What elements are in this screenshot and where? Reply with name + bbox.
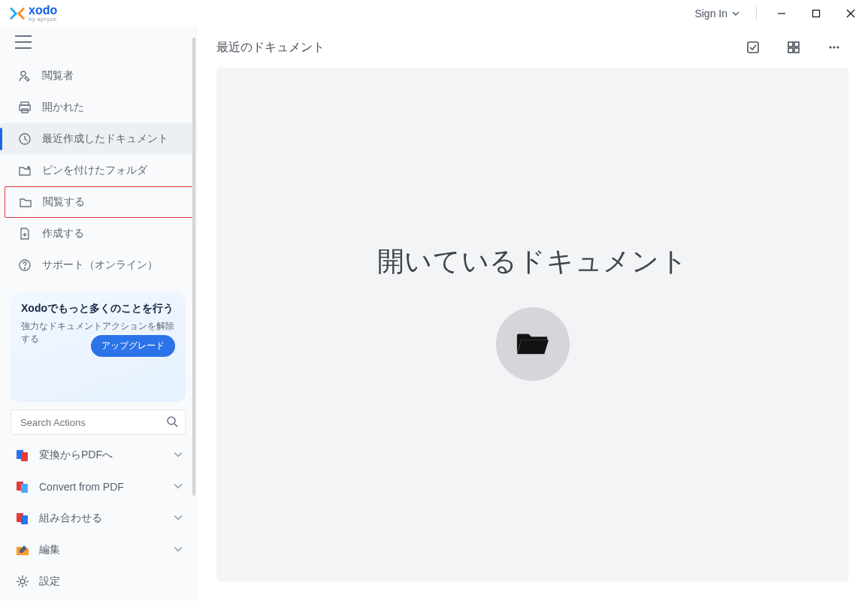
action-combine[interactable]: 組み合わせる [0, 503, 196, 534]
svg-point-4 [21, 71, 26, 76]
file-combine-icon [15, 511, 30, 526]
svg-rect-17 [21, 484, 28, 493]
svg-point-20 [20, 579, 25, 584]
app-logo-subtext: by apryse [29, 17, 57, 23]
search-icon [166, 415, 178, 427]
file-convert-to-icon [15, 448, 30, 463]
action-convert-to-pdf[interactable]: 変換からPDFへ [0, 439, 196, 471]
sidebar-item-create[interactable]: 作成する [0, 218, 196, 249]
printer-icon [18, 101, 32, 114]
sidebar-item-label: 閲覧者 [42, 69, 74, 83]
sidebar-item-label: ピンを付けたフォルダ [42, 164, 147, 177]
svg-rect-23 [794, 42, 799, 47]
sidebar-scrollbar[interactable] [192, 38, 196, 595]
sidebar-item-label: サポート（オンライン） [42, 258, 158, 272]
actions-list: 変換からPDFへ Convert from PDF 組み合わせる 編集 設定 [0, 435, 196, 601]
signin-label: Sign In [694, 8, 727, 20]
sidebar-item-label: 開かれた [42, 101, 84, 114]
svg-rect-24 [788, 48, 793, 53]
action-edit[interactable]: 編集 [0, 534, 196, 566]
sidebar-item-label: 作成する [42, 227, 84, 240]
edit-folder-icon [15, 542, 30, 557]
sidebar-item-label: 最近作成したドキュメント [42, 132, 168, 146]
search-actions-wrap [11, 409, 186, 435]
svg-point-9 [28, 167, 29, 168]
xodo-logo-icon [9, 5, 26, 22]
upgrade-button[interactable]: アップグレード [91, 335, 175, 357]
promo-card: Xodoでもっと多くのことを行う 強力なドキュメントアクションを解除する アップ… [11, 291, 186, 402]
svg-rect-15 [21, 452, 28, 461]
sidebar-item-opened[interactable]: 開かれた [0, 92, 196, 123]
gear-icon [15, 574, 30, 589]
action-label: 変換からPDFへ [39, 448, 113, 462]
svg-rect-19 [21, 515, 28, 524]
svg-rect-6 [20, 105, 30, 110]
folder-open-icon [19, 195, 32, 209]
help-icon [18, 258, 32, 272]
action-settings[interactable]: 設定 [0, 566, 196, 597]
document-drop-area: 開いているドキュメント [216, 68, 848, 581]
folder-pin-icon [18, 164, 32, 177]
svg-rect-25 [794, 48, 799, 53]
svg-rect-1 [813, 11, 820, 17]
clock-icon [18, 132, 32, 146]
sidebar: 閲覧者 開かれた 最近作成したドキュメント ピンを付けたフォルダ 閲覧する 作成… [0, 27, 197, 601]
more-options-button[interactable] [820, 33, 848, 62]
main-area: 最近のドキュメント 開いているドキュメント [197, 27, 868, 601]
action-label: 組み合わせる [39, 512, 102, 525]
svg-rect-21 [748, 42, 758, 53]
action-label: 設定 [39, 575, 60, 588]
hamburger-menu-button[interactable] [15, 35, 32, 49]
close-button[interactable] [833, 0, 868, 27]
titlebar: xodo by apryse Sign In [0, 0, 868, 27]
svg-point-26 [829, 46, 831, 48]
promo-title: Xodoでもっと多くのことを行う [21, 302, 175, 316]
view-grid-button[interactable] [779, 33, 808, 62]
folder-open-icon [516, 328, 550, 361]
empty-state-title: 開いているドキュメント [377, 243, 688, 280]
sidebar-item-viewers[interactable]: 閲覧者 [0, 60, 196, 92]
svg-point-11 [24, 267, 25, 268]
app-logo-text: xodo [29, 5, 57, 17]
svg-point-27 [833, 46, 835, 48]
signin-dropdown[interactable]: Sign In [685, 8, 749, 20]
sidebar-item-label: 閲覧する [43, 195, 85, 209]
minimize-button[interactable] [764, 0, 799, 27]
sidebar-item-recent[interactable]: 最近作成したドキュメント [0, 123, 196, 155]
action-convert-from-pdf[interactable]: Convert from PDF [0, 471, 196, 503]
checkbox-filter-button[interactable] [739, 33, 767, 62]
chevron-down-icon [732, 8, 739, 20]
chevron-down-icon [174, 544, 183, 556]
maximize-button[interactable] [799, 0, 833, 27]
main-header: 最近のドキュメント [197, 27, 868, 68]
page-title: 最近のドキュメント [216, 40, 325, 56]
svg-line-13 [174, 424, 177, 427]
titlebar-separator [756, 7, 757, 20]
svg-rect-22 [788, 42, 793, 47]
open-document-button[interactable] [496, 307, 570, 381]
sidebar-item-pinned[interactable]: ピンを付けたフォルダ [0, 155, 196, 186]
svg-point-28 [836, 46, 839, 48]
file-plus-icon [18, 227, 32, 240]
chevron-down-icon [174, 449, 183, 461]
window-controls [764, 0, 868, 27]
file-convert-from-icon [15, 479, 30, 494]
sidebar-item-support[interactable]: サポート（オンライン） [0, 249, 196, 281]
svg-point-12 [168, 417, 175, 424]
person-edit-icon [18, 69, 32, 83]
app-logo: xodo by apryse [9, 5, 57, 23]
action-label: Convert from PDF [39, 481, 124, 493]
sidebar-item-browse[interactable]: 閲覧する [5, 186, 195, 218]
nav-list: 閲覧者 開かれた 最近作成したドキュメント ピンを付けたフォルダ 閲覧する 作成… [0, 57, 196, 284]
search-actions-input[interactable] [11, 409, 186, 435]
action-label: 編集 [39, 543, 60, 557]
chevron-down-icon [174, 512, 183, 524]
chevron-down-icon [174, 481, 183, 493]
